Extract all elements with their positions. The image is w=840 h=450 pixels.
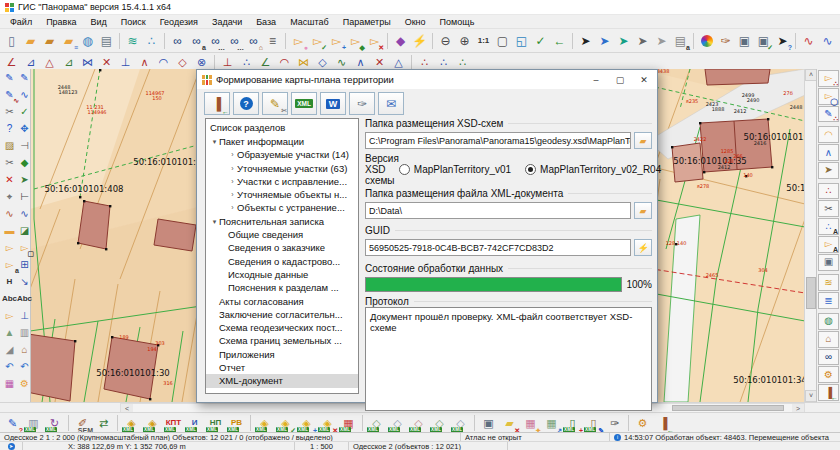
graph-icon[interactable]: ∴ [818, 183, 839, 200]
export-icon[interactable]: ⊞ [15, 256, 34, 273]
parcel-4-icon[interactable]: ◈✕XML [317, 414, 338, 433]
tree-item[interactable]: ›Образуемые участки (14) [206, 148, 358, 161]
grid-red-icon[interactable]: ▦XML [338, 414, 359, 433]
view-3d-icon[interactable]: ◆ [391, 32, 410, 50]
menu-задачи[interactable]: Задачи [205, 17, 249, 27]
dialog-maximize-button[interactable]: ▢ [608, 71, 632, 88]
exit2-icon[interactable]: ▐← [653, 414, 674, 433]
clipboard-a-icon[interactable]: ▤a [671, 32, 690, 50]
scheme-2-icon[interactable]: ◇XML [387, 414, 408, 433]
tree-item[interactable]: ›Уточняемые участки (63) [206, 162, 358, 175]
menu-геодезия[interactable]: Геодезия [153, 17, 205, 27]
road-icon[interactable]: ≋ [818, 274, 839, 291]
radio-v01[interactable] [399, 164, 410, 175]
tree-item[interactable]: Схема границ земельных ... [206, 334, 358, 347]
dialog-close-button[interactable]: ✕ [632, 71, 656, 88]
tree-item[interactable]: Сведения о заказчике [206, 241, 358, 254]
xml-refresh-icon[interactable]: ↻XML [44, 414, 65, 433]
fit-window-icon[interactable]: ◱ [512, 32, 531, 50]
spline-blue-icon[interactable]: ∿ [818, 32, 837, 50]
exit-door-icon[interactable]: ▐← [818, 384, 839, 401]
horizontal-scroll-thumb[interactable] [672, 405, 784, 411]
open-data-icon[interactable]: ▰≡ [59, 32, 78, 50]
tree-item[interactable]: XML-документ [206, 374, 358, 387]
tree-item[interactable]: Исходные данные [206, 268, 358, 281]
check-pencil-icon[interactable]: ✓ [15, 103, 34, 120]
dialog-minimize-button[interactable]: – [584, 71, 608, 88]
doc-add-icon[interactable]: ▯+XML [562, 414, 583, 433]
print-icon[interactable]: ▣ [735, 32, 754, 50]
tree-item[interactable]: Приложения [206, 348, 358, 361]
select-check-icon[interactable]: ▻✓ [308, 32, 327, 50]
menu-поиск[interactable]: Поиск [114, 17, 153, 27]
expand-icon[interactable]: › [228, 188, 237, 201]
guid-input[interactable]: 56950525-7918-0C4B-BCB7-742CF7CD83D2 [365, 239, 631, 256]
pointer-info-icon[interactable]: ➤ [652, 32, 671, 50]
tree-item[interactable]: Заключение согласительн... [206, 308, 358, 321]
kpt-icon[interactable]: КПТXML [163, 414, 184, 433]
scheme-3-icon[interactable]: ◇XML [408, 414, 429, 433]
pencil-help-icon[interactable]: ✎? [2, 414, 23, 433]
select-clear-icon[interactable]: ▻✕ [365, 32, 384, 50]
menu-правка[interactable]: Правка [39, 17, 83, 27]
junction-edit-icon[interactable]: ⊣ [15, 137, 34, 154]
scheme-1-icon[interactable]: ◇XML [366, 414, 387, 433]
scroll-left-icon[interactable]: ˂ [121, 404, 133, 412]
protractor-icon[interactable]: ◠ [818, 126, 839, 143]
green-card-icon[interactable]: ◪ [15, 222, 34, 239]
curve-blue-icon[interactable]: ∿ [15, 205, 34, 222]
dialog-exit-button[interactable]: ▐← [204, 92, 230, 115]
draw-pen-icon[interactable]: ✑ [716, 32, 735, 50]
zoom-out-icon[interactable]: ⊖ [436, 32, 455, 50]
sem-editor-icon[interactable]: ✐SEM [72, 414, 93, 433]
compasses-icon[interactable]: ∧ [818, 144, 839, 161]
doc-edit-icon[interactable]: ▯✎XML [583, 414, 604, 433]
expand-icon[interactable]: › [228, 175, 237, 188]
back-view-icon[interactable]: ← [550, 32, 569, 50]
branch-icon[interactable]: ➤ [15, 171, 34, 188]
rv-icon[interactable]: РВXML [226, 414, 247, 433]
print-map-icon[interactable]: ▣ [818, 254, 839, 271]
collapse-icon[interactable]: ▾ [210, 215, 219, 228]
tree-item[interactable]: Пояснения к разделам ... [206, 281, 358, 294]
pointer-map-icon[interactable]: ➤ [614, 32, 633, 50]
open-map-icon[interactable]: ▰ [40, 32, 59, 50]
run-task-icon[interactable]: ⚡ [410, 32, 429, 50]
zoom-in-icon[interactable]: ⊕ [455, 32, 474, 50]
scale-1-1-icon[interactable]: 1:1 [474, 32, 493, 50]
select-add-icon[interactable]: ▻+ [327, 32, 346, 50]
vertical-scroll-thumb[interactable] [806, 277, 816, 309]
edit-graph-icon[interactable]: ✎∴ [818, 106, 839, 123]
new-file-icon[interactable]: ▯ [2, 32, 21, 50]
select-round-icon[interactable]: ▻◯ [818, 88, 839, 105]
np-icon[interactable]: НПXML [205, 414, 226, 433]
find-address-icon[interactable]: ∞⌂ [244, 32, 263, 50]
tree-item[interactable]: Сведения о кадастрово... [206, 255, 358, 268]
collapse-icon[interactable]: ▾ [210, 135, 219, 148]
print-setup-icon[interactable]: ▣✓ [754, 32, 773, 50]
menu-помощь[interactable]: Помощь [433, 17, 482, 27]
map-export-icon[interactable]: ▦↗ [541, 414, 562, 433]
color-wheel-icon[interactable] [697, 32, 716, 50]
antenna-icon[interactable]: ⊥ [15, 307, 34, 324]
menu-окно[interactable]: Окно [398, 17, 433, 27]
open-report-icon[interactable]: ▤ [97, 32, 116, 50]
stamp-icon[interactable]: ◆ [15, 154, 34, 171]
edit-spline-icon[interactable]: ∿ [15, 86, 34, 103]
text-abc2-icon[interactable]: Abc [15, 290, 34, 307]
radio-v01-label[interactable]: MapPlanTerritory_v01 [414, 164, 511, 175]
folder-x-icon[interactable]: ▰✕ [499, 414, 520, 433]
pointer-refresh-icon[interactable]: ➤ [595, 32, 614, 50]
dialog-template-button[interactable]: ✎✂ [262, 92, 288, 115]
flashlight-text-icon[interactable]: ▻A [818, 236, 839, 253]
gear-icon[interactable]: ⚙ [818, 366, 839, 383]
pick-pen-icon[interactable]: ➤ [818, 162, 839, 179]
find-icon[interactable]: ∞ [168, 32, 187, 50]
expand-icon[interactable]: › [228, 148, 237, 161]
open-globe-icon[interactable]: ◍ [78, 32, 97, 50]
menu-вид[interactable]: Вид [84, 17, 114, 27]
menu-база[interactable]: База [249, 17, 283, 27]
house-print-icon[interactable]: ⌂ [15, 341, 34, 358]
find-object-icon[interactable]: ∞a [187, 32, 206, 50]
xml-folder-input[interactable]: D:\Data\ [365, 202, 631, 219]
